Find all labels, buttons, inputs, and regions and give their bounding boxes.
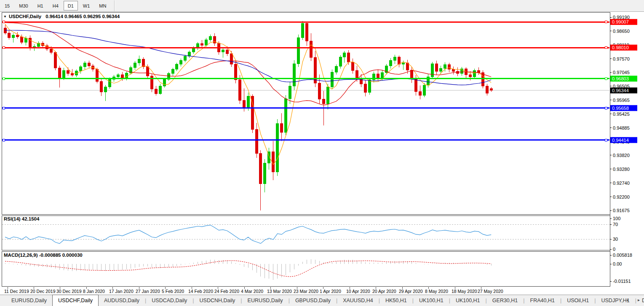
macd-axis-label: 0.005818 [613,253,632,258]
tab-usoil-h1[interactable]: USOil,H1 [561,295,594,306]
hline-price-badge: 0.95658 [612,106,629,111]
price-tick-label: 0.97570 [613,56,630,61]
date-label: 11 Dec 2019 [4,289,29,294]
rsi-axis-label: 70 [613,222,618,227]
hline-handle[interactable] [605,77,607,80]
price-tick-label: 0.92740 [613,181,630,186]
macd-indicator-label: MACD(12,26,9) -0.000885 0.000030 [4,253,83,258]
date-label: 13 Mar 2020 [267,289,292,294]
date-label: 14 Feb 2020 [188,289,213,294]
date-label: 30 Dec 2019 [56,289,82,294]
chart-symbol-label: USDCHF,Daily [9,14,41,19]
tab-scroll-left-icon[interactable]: ◂ [626,297,628,303]
price-tick-label: 0.97045 [613,70,630,75]
tab-gbpusd-daily[interactable]: GBPUSD,Daily [290,295,336,306]
macd-axis-label: 0.00 [613,261,622,266]
rsi-axis-label: 0 [613,247,615,252]
tab-eurusd-daily[interactable]: EURUSD,Daily [242,295,289,306]
price-tick-label: 0.95965 [613,98,630,103]
symbol-dropdown-icon[interactable]: ▼ [3,15,7,19]
hline-handle[interactable] [3,47,5,49]
tab-xauusd-h4[interactable]: XAUUSD,H4 [337,295,379,306]
current-price-badge: 0.96344 [612,88,629,93]
symbol-tab-bar: EURUSD,DailyUSDCHF,DailyAUDUSD,Daily|USD… [0,295,644,306]
date-label: 17 Jan 2020 [109,289,134,294]
hline-handle[interactable] [3,77,5,80]
date-label: 1 Apr 2020 [320,289,341,294]
tab-usdcnh-daily[interactable]: USDCNH,Daily [194,295,241,306]
date-label: 20 Apr 2020 [372,289,396,294]
hline-handle[interactable] [3,107,5,109]
chart-ohlc-values: 0.96414 0.96465 0.96295 0.96344 [45,14,120,19]
date-label: 10 Apr 2020 [346,289,370,294]
tabbar-scroll-arrows: ◂ ▸ [626,297,640,303]
tab-ger30-h1[interactable]: GER30,H1 [487,295,523,306]
chart-title: ▼ USDCHF,Daily 0.96414 0.96465 0.96295 0… [3,14,120,19]
hline-price-badge: 0.99007 [612,19,629,24]
hline-price-badge: 0.96803 [612,76,629,81]
hline-handle[interactable] [605,139,607,141]
date-label: 8 Jan 2020 [83,289,105,294]
price-tick-label: 0.91675 [613,208,630,213]
price-tick-label: 0.94885 [613,125,630,130]
price-tick-label: 0.98650 [613,29,630,34]
trading-terminal-window: 15M30H1H4D1W1MN 0.991900.986500.981100.9… [0,0,644,306]
tab-uk100-h1[interactable]: UK100,H1 [450,295,486,306]
date-label: 23 Mar 2020 [294,289,318,294]
date-label: 18 May 2020 [452,289,477,294]
hline-handle[interactable] [605,47,607,49]
tab-fra40-h1[interactable]: FRA40,H1 [525,295,560,306]
date-label: 8 May 2020 [425,289,448,294]
price-tick-label: 0.93820 [613,153,630,158]
tab-usdchf-daily[interactable]: USDCHF,Daily [52,295,99,306]
price-tick-label: 0.93280 [613,167,630,172]
date-label: 27 May 2020 [478,289,503,294]
date-label: 20 Dec 2019 [30,289,56,294]
date-label: 5 Feb 2020 [162,289,184,294]
hline-price-badge: 0.94414 [612,138,629,143]
tab-eurusd-daily[interactable]: EURUSD,Daily [6,295,52,306]
price-tick-label: 0.95425 [613,112,630,117]
hline-handle[interactable] [605,107,607,109]
chart-svg: 0.991900.986500.981100.975700.970450.965… [0,0,644,306]
tab-hk50-h1[interactable]: HK50,H1 [380,295,412,306]
rsi-indicator-label: RSI(14) 42.1504 [4,216,39,221]
date-label: 4 Mar 2020 [241,289,263,294]
date-label: 27 Jan 2020 [136,289,160,294]
hline-handle[interactable] [3,21,5,23]
hline-handle[interactable] [3,139,5,141]
tab-audusd-daily[interactable]: AUDUSD,Daily [99,295,145,306]
rsi-axis-label: 100 [613,216,620,221]
hline-price-badge: 0.98010 [612,45,629,50]
rsi-axis-label: 30 [613,237,618,242]
macd-axis-label: -0.01151 [613,279,631,284]
hline-handle[interactable] [605,21,607,23]
price-tick-label: 0.92200 [613,194,630,200]
tab-uk100-h1[interactable]: UK100,H1 [414,295,449,306]
date-label: 24 Feb 2020 [214,289,239,294]
tab-scroll-right-icon[interactable]: ▸ [638,297,640,303]
date-label: 29 Apr 2020 [399,289,423,294]
tab-usdcad-daily[interactable]: USDCAD,Daily [146,295,192,306]
